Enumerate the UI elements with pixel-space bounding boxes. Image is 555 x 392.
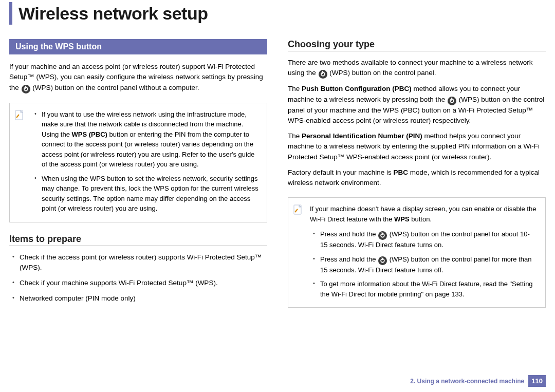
text: Press and hold the (320, 255, 378, 263)
note-bullet: If you want to use the wireless network … (31, 109, 258, 170)
text-bold: WPS (PBC) (72, 130, 107, 138)
text: The (288, 132, 302, 140)
text: Press and hold the (320, 230, 378, 238)
wps-icon (378, 231, 387, 240)
left-column: Using the WPS button If your machine and… (9, 39, 267, 309)
items-list: Check if the access point (or wireless r… (9, 252, 267, 304)
list-item: Check if the access point (or wireless r… (9, 252, 267, 273)
rule (288, 51, 546, 51)
footer-page-number: 110 (528, 375, 546, 387)
note-bullet: To get more information about the Wi-Fi … (310, 279, 537, 299)
paragraph: There are two methods available to conne… (288, 58, 546, 79)
intro-paragraph: If your machine and an access point (or … (9, 62, 267, 94)
paragraph: The Personal Identification Number (PIN)… (288, 131, 546, 162)
wps-icon (319, 70, 327, 79)
wps-icon (22, 85, 30, 94)
items-heading: Items to prepare (9, 234, 267, 245)
choosing-heading: Choosing your type (288, 39, 546, 50)
note-icon (14, 109, 26, 218)
paragraph: The Push Button Configuration (PBC) meth… (288, 84, 546, 126)
note-box: If you want to use the wireless network … (9, 103, 267, 222)
text: Factory default in your machine is (288, 169, 394, 176)
wps-icon (378, 256, 387, 265)
text: (WPS) button on the control panel withou… (32, 84, 199, 91)
text-bold: Personal Identification Number (PIN) (302, 132, 422, 140)
columns: Using the WPS button If your machine and… (9, 39, 546, 309)
note-icon (292, 204, 305, 303)
note-box: If your machine doesn't have a display s… (288, 197, 546, 308)
list-item: Networked computer (PIN mode only) (9, 293, 267, 304)
page-title-wrap: Wireless network setup (9, 2, 546, 25)
wps-icon (448, 97, 456, 105)
note-bullet: When using the WPS button to set the wir… (31, 174, 258, 214)
text-bold: WPS (394, 215, 410, 223)
text: button. (410, 215, 432, 223)
text: (WPS) button on the control panel. (329, 69, 436, 77)
note-body: If you want to use the wireless network … (31, 109, 258, 218)
page-title: Wireless network setup (18, 4, 208, 24)
note-bullet: Press and hold the (WPS) button on the c… (310, 254, 537, 275)
text-bold: Push Button Configuration (PBC) (302, 85, 412, 92)
title-accent-bar (9, 2, 12, 25)
list-item: Check if your machine supports Wi-Fi Pro… (9, 278, 267, 288)
footer-chapter: 2. Using a network-connected machine (410, 378, 524, 385)
footer: 2. Using a network-connected machine 110 (410, 375, 546, 387)
note-bullet: Press and hold the (WPS) button on the c… (310, 229, 537, 250)
section-heading-wps: Using the WPS button (9, 39, 267, 54)
note-body: If your machine doesn't have a display s… (310, 204, 537, 303)
rule (9, 246, 267, 246)
paragraph: Factory default in your machine is PBC m… (288, 167, 546, 189)
text: The (288, 85, 302, 92)
text-bold: PBC (394, 169, 409, 176)
note-intro: If your machine doesn't have a display s… (310, 204, 537, 224)
right-column: Choosing your type There are two methods… (288, 39, 546, 309)
